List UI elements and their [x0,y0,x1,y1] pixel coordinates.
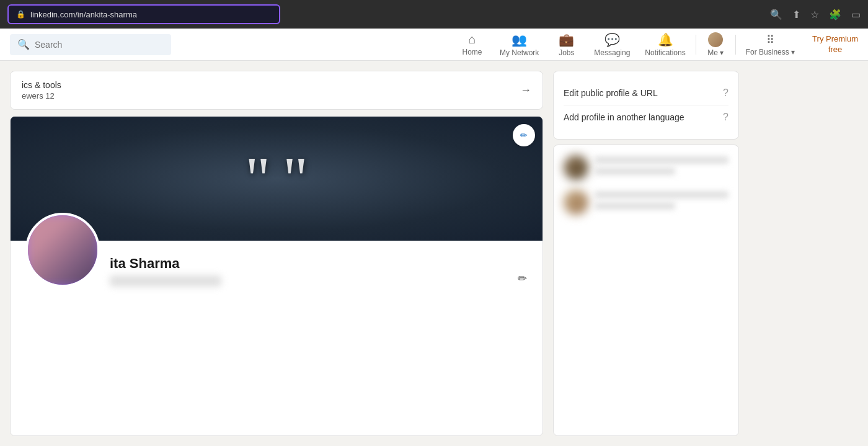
linkedin-navbar: 🔍 ⌂ Home 👥 My Network 💼 Jobs 💬 Messaging… [0,29,868,61]
nav-home[interactable]: ⌂ Home [452,29,492,60]
nav-me[interactable]: Me ▾ [699,29,733,60]
try-premium-button[interactable]: Try Premium free [802,34,868,55]
for-business-label: For Business ▾ [746,48,795,56]
try-premium-sub: free [812,45,858,55]
messaging-icon: 💬 [604,32,620,47]
analytics-arrow: → [520,84,531,97]
suggestion-name-1 [595,156,728,164]
suggestion-name-2 [595,191,728,198]
nav-items: ⌂ Home 👥 My Network 💼 Jobs 💬 Messaging 🔔… [452,29,868,60]
suggestion-avatar-2 [564,190,588,215]
edit-public-profile-row[interactable]: Edit public profile & URL ? [564,81,728,105]
edit-cover-icon: ✏ [520,130,528,140]
main-content: ics & tools ewers 12 → " " ✏ [0,61,868,446]
search-box[interactable]: 🔍 [10,34,171,55]
profile-management-card: Edit public profile & URL ? Add profile … [553,71,739,140]
edit-profile-icon: ✏ [518,272,527,285]
add-language-label: Add profile in another language [564,112,684,122]
sidebar-suggestions-card [553,145,739,436]
suggestion-text-2 [595,191,728,213]
home-icon: ⌂ [468,32,476,47]
quote-mark-left: " [245,148,270,210]
analytics-left: ics & tools ewers 12 [22,80,61,100]
search-input[interactable] [35,40,164,50]
my-network-label: My Network [500,48,539,57]
analytics-title: ics & tools [22,80,61,90]
nav-divider [696,35,696,55]
share-icon[interactable]: ⬆ [792,9,800,20]
suggestion-title-1 [595,167,675,175]
nav-jobs[interactable]: 💼 Jobs [546,29,587,60]
suggestion-text-1 [595,156,728,179]
browser-actions: 🔍 ⬆ ☆ 🧩 ▭ [770,9,861,20]
browser-chrome: 🔒 linkedin.com/in/ankita-sharma 🔍 ⬆ ☆ 🧩 … [0,0,868,29]
home-label: Home [462,48,482,56]
add-language-help-icon[interactable]: ? [723,112,728,123]
jobs-label: Jobs [559,48,574,57]
analytics-sub: ewers 12 [22,91,61,100]
sidebar-toggle-icon[interactable]: ▭ [851,9,861,20]
messaging-label: Messaging [594,48,630,57]
nav-divider-2 [735,35,736,55]
profile-card: " " ✏ ✏ ita Sharma [10,116,543,436]
quote-mark-right: " [283,148,308,210]
add-language-row[interactable]: Add profile in another language ? [564,105,728,129]
suggestion-row-1 [564,155,728,180]
edit-public-help-icon[interactable]: ? [723,87,728,99]
right-sidebar: Edit public profile & URL ? Add profile … [553,71,739,436]
notifications-icon: 🔔 [658,32,673,47]
jobs-icon: 💼 [559,32,574,47]
extensions-icon[interactable]: 🧩 [829,9,841,20]
edit-profile-button[interactable]: ✏ [512,268,533,289]
search-icon: 🔍 [17,38,30,50]
nav-my-network[interactable]: 👥 My Network [492,29,546,60]
profile-headline-blurred [110,275,221,287]
nav-notifications[interactable]: 🔔 Notifications [637,29,693,60]
suggestion-title-2 [595,202,675,210]
analytics-card[interactable]: ics & tools ewers 12 → [10,71,543,110]
notifications-label: Notifications [645,48,685,57]
nav-for-business[interactable]: ⠿ For Business ▾ [738,29,802,60]
address-text: linkedin.com/in/ankita-sharma [30,10,137,19]
nav-messaging[interactable]: 💬 Messaging [587,29,637,60]
avatar-image [25,213,100,287]
me-avatar [708,32,723,47]
profile-name: ita Sharma [110,256,528,272]
me-label: Me ▾ [707,48,724,57]
grid-icon: ⠿ [766,33,774,47]
try-premium-label: Try Premium [812,34,858,45]
bookmark-icon[interactable]: ☆ [810,9,819,20]
lock-icon: 🔒 [16,10,25,19]
edit-public-profile-label: Edit public profile & URL [564,88,658,98]
suggestion-row-2 [564,190,728,215]
address-bar[interactable]: 🔒 linkedin.com/in/ankita-sharma [7,4,280,24]
quotation-marks: " " [245,148,308,210]
zoom-icon[interactable]: 🔍 [770,9,782,20]
edit-cover-button[interactable]: ✏ [513,124,535,146]
profile-avatar [25,213,100,287]
center-content: ics & tools ewers 12 → " " ✏ [10,71,543,436]
suggestion-avatar-1 [564,155,588,180]
my-network-icon: 👥 [512,32,527,47]
